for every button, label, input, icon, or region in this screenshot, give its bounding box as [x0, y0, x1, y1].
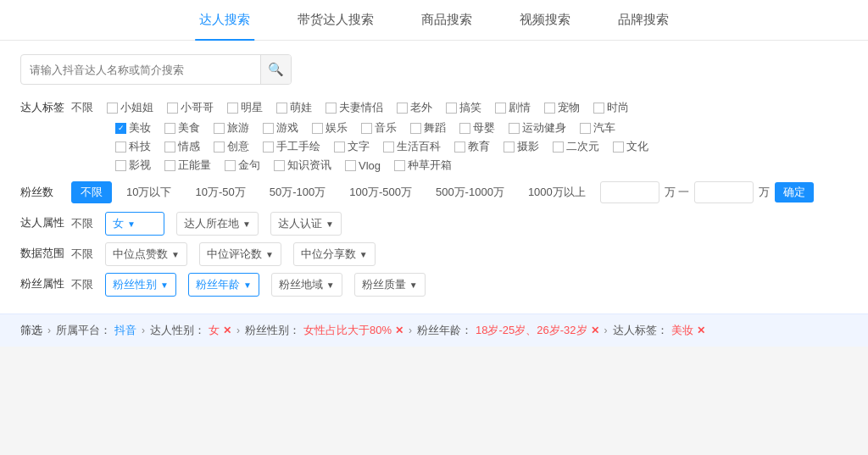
tag-juqing[interactable]: 剧情 [488, 98, 537, 117]
tags-no-limit[interactable]: 不限 [71, 97, 100, 119]
data-range-comments-dropdown[interactable]: 中位评论数 ▼ [199, 242, 281, 266]
tag-keji[interactable]: 科技 [108, 137, 158, 156]
tag-checkbox-muying [459, 123, 470, 134]
tag-qiche[interactable]: 汽车 [573, 119, 622, 137]
tag-yule[interactable]: 娱乐 [305, 119, 354, 137]
talent-location-arrow-icon: ▼ [242, 219, 251, 229]
fan-count-500w-1000w[interactable]: 500万-1000万 [426, 181, 514, 203]
tag-wudao[interactable]: 舞蹈 [403, 119, 453, 137]
tag-mengwa[interactable]: 萌娃 [270, 98, 319, 117]
tab-cargo-talent-search[interactable]: 带货达人搜索 [274, 0, 398, 40]
search-box: 🔍 [20, 54, 292, 85]
search-button[interactable]: 🔍 [260, 54, 291, 85]
tag-checkbox-yundongjian [509, 123, 520, 134]
tag-zhengneng[interactable]: 正能量 [158, 156, 218, 175]
tag-erciyuan[interactable]: 二次元 [546, 137, 606, 156]
tag-checkbox-erciyuan [553, 141, 564, 153]
fan-count-50w-100w[interactable]: 50万-100万 [260, 181, 335, 203]
tag-checkbox-jinju [225, 160, 236, 171]
tab-brand-search[interactable]: 品牌搜索 [594, 0, 693, 40]
tag-youxi[interactable]: 游戏 [256, 119, 305, 137]
filter-talent-close[interactable]: ✕ [697, 325, 705, 336]
fan-count-100w-500w[interactable]: 100万-500万 [340, 181, 421, 203]
data-range-likes-dropdown[interactable]: 中位点赞数 ▼ [105, 242, 187, 266]
tag-shenghuo[interactable]: 生活百科 [376, 137, 448, 156]
tag-fuqiqinglv[interactable]: 夫妻情侣 [319, 98, 390, 117]
talent-cert-dropdown[interactable]: 达人认证 ▼ [270, 212, 342, 236]
tag-yundongjian[interactable]: 运动健身 [502, 119, 573, 137]
tag-checkbox-yinyue [361, 123, 372, 134]
fan-count-1000w[interactable]: 1000万以上 [519, 181, 595, 203]
filter-gender-tag: 达人性别： 女 ✕ [150, 323, 231, 338]
tag-vlog[interactable]: Vlog [338, 158, 387, 174]
tag-shougong[interactable]: 手工手绘 [256, 137, 327, 156]
tab-product-search[interactable]: 商品搜索 [398, 0, 496, 40]
tag-sheying[interactable]: 摄影 [497, 137, 546, 156]
fan-count-10w[interactable]: 10万以下 [117, 181, 181, 203]
tag-mingxing[interactable]: 明星 [220, 98, 270, 117]
fan-location-dropdown[interactable]: 粉丝地域 ▼ [271, 273, 342, 297]
data-range-shares-dropdown[interactable]: 中位分享数 ▼ [293, 242, 376, 266]
tag-yinyue[interactable]: 音乐 [354, 119, 403, 137]
talent-location-dropdown[interactable]: 达人所在地 ▼ [176, 212, 259, 236]
talent-gender-dropdown[interactable]: 女 ▼ [105, 212, 164, 236]
fan-count-range-min[interactable] [600, 181, 659, 203]
tag-jinju[interactable]: 金句 [218, 156, 267, 175]
tag-checkbox-fuqiqinglv [326, 103, 337, 114]
fan-count-range-max[interactable] [694, 181, 754, 203]
fan-attr-row: 粉丝属性 不限 粉丝性别 ▼ 粉丝年龄 ▼ 粉丝地域 ▼ 粉丝质量 ▼ [20, 273, 848, 297]
fan-count-unit: 万 一 [665, 185, 690, 200]
tag-wenhua[interactable]: 文化 [606, 137, 655, 156]
search-input[interactable] [21, 64, 260, 76]
tag-checkbox-meishi [164, 123, 175, 134]
fan-count-confirm[interactable]: 确定 [775, 182, 814, 203]
tag-checkbox-vlog [345, 160, 356, 171]
fan-age-arrow-icon: ▼ [243, 280, 252, 290]
tag-shishang[interactable]: 时尚 [587, 98, 636, 117]
filter-arrow-1-icon: › [142, 325, 145, 336]
tag-wenzi[interactable]: 文字 [327, 137, 376, 156]
talent-attr-no-limit[interactable]: 不限 [71, 213, 100, 235]
tag-zhongcao[interactable]: 种草开箱 [387, 156, 459, 175]
tags-row-2: 美妆 美食 旅游 游戏 娱乐 音乐 舞蹈 母婴 运动健身 汽车 [108, 119, 622, 137]
talent-cert-arrow-icon: ▼ [326, 219, 334, 229]
fan-age-dropdown[interactable]: 粉丝年龄 ▼ [188, 273, 259, 297]
filter-arrow-3-icon: › [409, 325, 412, 336]
tag-yingshi[interactable]: 影视 [108, 156, 158, 175]
filter-gender-close[interactable]: ✕ [223, 325, 231, 336]
tag-checkbox-zhishi [274, 160, 285, 171]
tag-xiaogeoge[interactable]: 小哥哥 [160, 98, 220, 117]
filter-platform-value[interactable]: 抖音 [114, 323, 136, 338]
tag-meishi[interactable]: 美食 [158, 119, 207, 137]
tag-laowai[interactable]: 老外 [390, 98, 439, 117]
filter-fan-age-close[interactable]: ✕ [591, 325, 599, 336]
filter-fan-gender-key: 粉丝性别： [245, 323, 300, 338]
filter-fan-gender-close[interactable]: ✕ [395, 325, 403, 336]
tag-checkbox-mengwa [276, 103, 287, 114]
tags-row-1: 不限 小姐姐 小哥哥 明星 萌娃 夫妻情侣 老外 搞笑 剧情 宠物 时尚 [71, 97, 636, 119]
fan-count-10w-50w[interactable]: 10万-50万 [186, 181, 254, 203]
tab-talent-search[interactable]: 达人搜索 [175, 0, 274, 40]
tag-xiaojiejie[interactable]: 小姐姐 [100, 98, 160, 117]
tag-lvyou[interactable]: 旅游 [207, 119, 256, 137]
fan-gender-dropdown[interactable]: 粉丝性别 ▼ [105, 273, 176, 297]
tag-gaoxiao[interactable]: 搞笑 [439, 98, 488, 117]
tag-chongwu[interactable]: 宠物 [537, 98, 587, 117]
search-section: 🔍 [0, 41, 868, 93]
talent-attr-content: 不限 女 ▼ 达人所在地 ▼ 达人认证 ▼ [71, 212, 348, 236]
talent-tags-row: 达人标签 不限 小姐姐 小哥哥 明星 萌娃 夫妻情侣 老外 搞笑 剧情 宠物 [20, 97, 848, 175]
tag-checkbox-lvyou [214, 123, 225, 134]
data-range-comments-arrow-icon: ▼ [265, 250, 274, 259]
tag-meizhuang[interactable]: 美妆 [108, 119, 158, 137]
tag-chuangyi[interactable]: 创意 [207, 137, 256, 156]
fan-count-no-limit[interactable]: 不限 [71, 181, 112, 203]
tag-zhishi[interactable]: 知识资讯 [267, 156, 338, 175]
tag-muying[interactable]: 母婴 [453, 119, 502, 137]
data-range-no-limit[interactable]: 不限 [71, 243, 100, 265]
tab-video-search[interactable]: 视频搜索 [496, 0, 594, 40]
fan-attr-no-limit[interactable]: 不限 [71, 274, 100, 296]
tag-jiaoyu[interactable]: 教育 [448, 137, 497, 156]
data-range-content: 不限 中位点赞数 ▼ 中位评论数 ▼ 中位分享数 ▼ [71, 242, 382, 266]
tag-qinggan[interactable]: 情感 [158, 137, 207, 156]
fan-quality-dropdown[interactable]: 粉丝质量 ▼ [354, 273, 426, 297]
